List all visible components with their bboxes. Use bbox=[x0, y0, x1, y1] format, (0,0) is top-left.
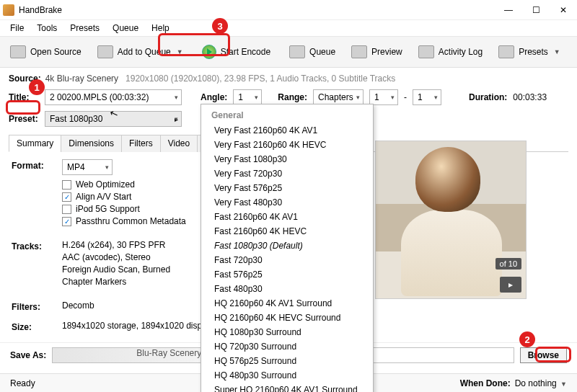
format-label: Format: bbox=[12, 159, 62, 171]
chevron-down-icon: ▼ bbox=[554, 48, 560, 55]
preset-menu-item[interactable]: Fast 480p30 bbox=[201, 282, 373, 296]
queue-button[interactable]: Queue bbox=[283, 43, 341, 61]
preset-menu-item[interactable]: HQ 2160p60 4K HEVC Surround bbox=[201, 311, 373, 325]
passthru-checkbox[interactable]: ✓ bbox=[62, 217, 71, 226]
app-title: HandBrake bbox=[19, 5, 498, 15]
menu-file[interactable]: File bbox=[4, 22, 30, 35]
range-label: Range: bbox=[278, 92, 307, 102]
chevron-down-icon: ▼ bbox=[177, 48, 183, 55]
open-source-button[interactable]: Open Source bbox=[4, 43, 87, 61]
duration-value: 00:03:33 bbox=[513, 92, 547, 102]
play-icon bbox=[202, 45, 216, 59]
source-name: 4k Blu-ray Scenery bbox=[45, 74, 118, 84]
open-source-label: Open Source bbox=[30, 47, 82, 57]
preset-menu-item[interactable]: Fast 2160p60 4K HEVC bbox=[201, 224, 373, 239]
preset-menu-item[interactable]: Very Fast 2160p60 4K AV1 bbox=[201, 123, 373, 138]
queue-label: Queue bbox=[309, 47, 335, 57]
when-done-value: Do nothing bbox=[515, 378, 557, 388]
queue-icon bbox=[289, 45, 305, 58]
callout-1: 1 bbox=[29, 79, 45, 95]
add-queue-icon bbox=[97, 45, 113, 58]
presets-button[interactable]: Presets ▼ bbox=[493, 43, 566, 61]
preset-group-header: General bbox=[201, 107, 373, 123]
preset-menu-item[interactable]: Very Fast 720p30 bbox=[201, 166, 373, 181]
menubar: File Tools Presets Queue Help bbox=[0, 20, 577, 36]
range-mode-value: Chapters bbox=[318, 92, 353, 102]
range-dash: - bbox=[404, 92, 407, 102]
titlebar: HandBrake — ☐ ✕ bbox=[0, 0, 577, 20]
when-done-dropdown[interactable]: Do nothing ▼ bbox=[515, 378, 567, 388]
activity-log-button[interactable]: Activity Log bbox=[413, 43, 488, 61]
tab-filters[interactable]: Filters bbox=[121, 135, 161, 152]
preset-dropdown[interactable]: Fast 1080p30▸ bbox=[45, 111, 182, 127]
presets-label: Presets bbox=[519, 47, 548, 57]
preset-menu-item[interactable]: Very Fast 576p25 bbox=[201, 181, 373, 195]
preview-area: of 10 ▸ bbox=[375, 141, 563, 321]
range-mode-dropdown[interactable]: Chapters bbox=[313, 89, 364, 105]
menu-help[interactable]: Help bbox=[146, 22, 175, 35]
preset-value: Fast 1080p30 bbox=[50, 114, 102, 124]
preview-label: Preview bbox=[371, 47, 402, 57]
title-dropdown[interactable]: 2 00200.MPLS (00:03:32) bbox=[45, 89, 182, 105]
preset-menu-item[interactable]: Super HQ 2160p60 4K AV1 Surround bbox=[201, 383, 373, 392]
tab-video[interactable]: Video bbox=[160, 135, 198, 152]
tab-dimensions[interactable]: Dimensions bbox=[61, 135, 122, 152]
open-source-icon bbox=[10, 45, 26, 58]
angle-dropdown[interactable]: 1 bbox=[233, 89, 262, 105]
preset-menu-item[interactable]: HQ 576p25 Surround bbox=[201, 354, 373, 368]
callout-2: 2 bbox=[519, 331, 535, 347]
toolbar: Open Source Add to Queue ▼ Start Encode … bbox=[0, 36, 577, 68]
preview-thumbnail[interactable]: of 10 ▸ bbox=[375, 141, 527, 299]
range-to-dropdown[interactable]: 1 bbox=[413, 89, 441, 105]
preview-button[interactable]: Preview bbox=[345, 43, 408, 61]
format-dropdown[interactable]: MP4 bbox=[62, 159, 113, 175]
preset-menu-item[interactable]: Fast 2160p60 4K AV1 bbox=[201, 210, 373, 224]
when-done-label: When Done: bbox=[460, 378, 511, 388]
tab-summary[interactable]: Summary bbox=[9, 135, 61, 152]
preset-menu-item[interactable]: Fast 1080p30 (Default) bbox=[201, 239, 373, 253]
preview-next-button[interactable]: ▸ bbox=[500, 277, 521, 293]
start-encode-button[interactable]: Start Encode bbox=[193, 42, 279, 62]
add-queue-label: Add to Queue bbox=[118, 47, 171, 57]
preset-label: Preset: bbox=[9, 114, 39, 124]
activity-icon bbox=[418, 45, 434, 58]
preset-menu: General Very Fast 2160p60 4K AV1Very Fas… bbox=[201, 104, 374, 392]
menu-presets[interactable]: Presets bbox=[64, 22, 105, 35]
preview-icon bbox=[351, 45, 367, 58]
source-meta: 1920x1080 (1920x1080), 23.98 FPS, 1 Audi… bbox=[125, 74, 395, 84]
saveas-label: Save As: bbox=[10, 350, 46, 360]
ipod-label: iPod 5G Support bbox=[76, 204, 140, 214]
close-button[interactable]: ✕ bbox=[552, 3, 574, 17]
preset-menu-item[interactable]: Very Fast 480p30 bbox=[201, 195, 373, 210]
preset-menu-item[interactable]: Very Fast 2160p60 4K HEVC bbox=[201, 138, 373, 152]
browse-button[interactable]: Browse bbox=[520, 347, 567, 363]
preset-menu-item[interactable]: Very Fast 1080p30 bbox=[201, 152, 373, 166]
size-label: Size: bbox=[12, 321, 62, 332]
align-av-label: Align A/V Start bbox=[76, 192, 131, 202]
presets-icon bbox=[498, 45, 514, 58]
chevron-down-icon: ▼ bbox=[560, 380, 567, 388]
range-to-value: 1 bbox=[418, 92, 423, 102]
add-to-queue-button[interactable]: Add to Queue ▼ bbox=[92, 43, 189, 61]
passthru-label: Passthru Common Metadata bbox=[76, 216, 186, 226]
menu-queue[interactable]: Queue bbox=[107, 22, 144, 35]
preset-menu-item[interactable]: Fast 720p30 bbox=[201, 253, 373, 267]
align-av-checkbox[interactable]: ✓ bbox=[62, 192, 71, 202]
preset-menu-item[interactable]: HQ 1080p30 Surround bbox=[201, 325, 373, 339]
preset-menu-item[interactable]: HQ 720p30 Surround bbox=[201, 339, 373, 354]
callout-3: 3 bbox=[212, 18, 228, 34]
minimize-button[interactable]: — bbox=[498, 3, 519, 17]
menu-tools[interactable]: Tools bbox=[31, 22, 63, 35]
preset-menu-item[interactable]: HQ 2160p60 4K AV1 Surround bbox=[201, 296, 373, 311]
duration-label: Duration: bbox=[469, 92, 507, 102]
maximize-button[interactable]: ☐ bbox=[525, 3, 547, 17]
preset-menu-item[interactable]: Fast 576p25 bbox=[201, 267, 373, 282]
web-optimized-checkbox[interactable] bbox=[62, 180, 71, 190]
angle-value: 1 bbox=[238, 92, 243, 102]
preset-menu-item[interactable]: HQ 480p30 Surround bbox=[201, 368, 373, 383]
ipod-checkbox[interactable] bbox=[62, 205, 71, 214]
format-value: MP4 bbox=[67, 162, 85, 172]
range-from-value: 1 bbox=[374, 92, 379, 102]
app-icon bbox=[3, 4, 14, 16]
range-from-dropdown[interactable]: 1 bbox=[369, 89, 398, 105]
